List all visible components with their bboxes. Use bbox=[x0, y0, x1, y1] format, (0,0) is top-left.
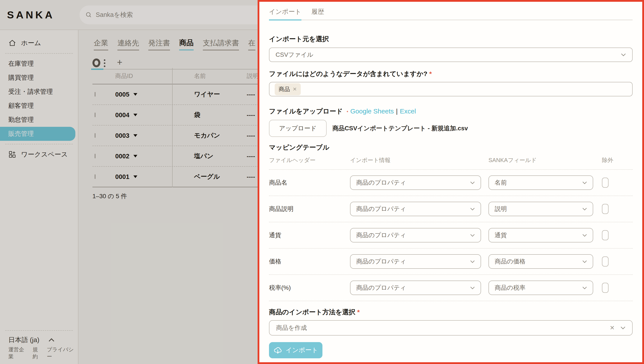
tag-remove-icon[interactable]: ✕ bbox=[293, 86, 297, 92]
cloud-import-icon bbox=[273, 346, 282, 354]
import-info-select[interactable]: 商品のプロパティ bbox=[350, 202, 481, 216]
chevron-down-icon bbox=[620, 326, 626, 330]
mapping-row: 通貨 商品のプロパティ 通貨 bbox=[269, 222, 632, 248]
app-root: SANKA Sankaを検索 ホーム 在庫管理 購買管理 受注・請求管理 顧客管… bbox=[0, 0, 644, 364]
chevron-down-icon bbox=[470, 181, 475, 184]
sanka-field-select[interactable]: 通貨 bbox=[488, 228, 593, 242]
sanka-field-select[interactable]: 商品の税率 bbox=[488, 280, 593, 295]
link-excel[interactable]: Excel bbox=[400, 108, 416, 115]
sanka-field-select[interactable]: 商品の価格 bbox=[488, 254, 593, 269]
required-asterisk: * bbox=[429, 70, 432, 77]
uploaded-filename: 商品CSVインポートテンプレート - 新規追加.csv bbox=[332, 124, 468, 132]
clear-selection-icon[interactable]: ✕ bbox=[610, 324, 615, 331]
chevron-down-icon bbox=[582, 208, 587, 210]
chevron-down-icon bbox=[582, 260, 587, 263]
import-source-value: CSVファイル bbox=[276, 50, 621, 59]
sanka-field-select[interactable]: 説明 bbox=[488, 202, 593, 216]
mapping-header-sanka-field: SANKAフィールド bbox=[488, 156, 602, 164]
required-asterisk: * bbox=[357, 308, 360, 316]
tab-history[interactable]: 履歴 bbox=[312, 8, 324, 20]
import-button-label: インポート bbox=[286, 346, 318, 354]
mapping-row: 価格 商品のプロパティ 商品の価格 bbox=[269, 248, 632, 275]
import-info-select[interactable]: 商品のプロパティ bbox=[350, 280, 481, 295]
file-header-label: 通貨 bbox=[269, 231, 350, 240]
import-button[interactable]: インポート bbox=[269, 342, 322, 358]
data-type-field[interactable]: 商品 ✕ bbox=[269, 82, 632, 96]
import-source-select[interactable]: CSVファイル bbox=[269, 48, 632, 62]
link-google-sheets[interactable]: Google Sheets bbox=[350, 108, 394, 115]
data-type-label: ファイルにはどのようなデータが含まれていますか? * bbox=[269, 70, 632, 78]
chevron-down-icon bbox=[470, 260, 475, 263]
import-method-value: 商品を作成 bbox=[276, 324, 610, 332]
upload-section-header: ファイルをアップロード * Google Sheets | Excel bbox=[269, 107, 632, 116]
exclude-checkbox[interactable] bbox=[602, 204, 608, 214]
mapping-header-file-header: ファイルヘッダー bbox=[269, 156, 350, 164]
import-source-label: インポート元を選択 bbox=[269, 34, 632, 44]
mapping-header-exclude: 除外 bbox=[602, 156, 632, 164]
tag-product: 商品 ✕ bbox=[275, 83, 301, 95]
mapping-header-row: ファイルヘッダー インポート情報 SANKAフィールド 除外 bbox=[269, 156, 632, 170]
file-header-label: 商品名 bbox=[269, 178, 350, 187]
exclude-checkbox[interactable] bbox=[602, 256, 608, 266]
chevron-down-icon bbox=[621, 53, 626, 56]
mapping-row: 商品名 商品のプロパティ 名前 bbox=[269, 170, 632, 196]
file-header-label: 価格 bbox=[269, 257, 350, 266]
mapping-table-title: マッピングテーブル bbox=[269, 143, 632, 152]
import-info-select[interactable]: 商品のプロパティ bbox=[350, 228, 481, 242]
chevron-down-icon bbox=[582, 286, 587, 289]
chevron-down-icon bbox=[582, 181, 587, 184]
chevron-down-icon bbox=[470, 208, 475, 210]
import-info-select[interactable]: 商品のプロパティ bbox=[350, 254, 481, 269]
mapping-header-import-info: インポート情報 bbox=[350, 156, 488, 164]
upload-label: ファイルをアップロード bbox=[269, 107, 343, 116]
upload-row: アップロード 商品CSVインポートテンプレート - 新規追加.csv bbox=[269, 120, 632, 137]
file-header-label: 税率(%) bbox=[269, 284, 350, 292]
import-method-select[interactable]: 商品を作成 ✕ bbox=[269, 320, 632, 336]
chevron-down-icon bbox=[582, 234, 587, 237]
tag-label: 商品 bbox=[279, 86, 290, 93]
file-header-label: 商品説明 bbox=[269, 205, 350, 213]
chevron-down-icon bbox=[470, 286, 475, 289]
link-separator: | bbox=[396, 108, 398, 115]
import-method-label: 商品のインポート方法を選択 * bbox=[269, 308, 632, 317]
mapping-row: 商品説明 商品のプロパティ 説明 bbox=[269, 196, 632, 222]
tab-import[interactable]: インポート bbox=[269, 8, 302, 20]
sanka-field-select[interactable]: 名前 bbox=[488, 176, 593, 190]
import-panel: インポート 履歴 インポート元を選択 CSVファイル ファイルにはどのようなデー… bbox=[258, 0, 644, 364]
panel-tabs: インポート 履歴 bbox=[269, 8, 632, 20]
import-info-select[interactable]: 商品のプロパティ bbox=[350, 176, 481, 190]
chevron-down-icon bbox=[470, 234, 475, 237]
upload-button[interactable]: アップロード bbox=[269, 120, 326, 137]
exclude-checkbox[interactable] bbox=[602, 178, 608, 188]
exclude-checkbox[interactable] bbox=[602, 230, 608, 240]
exclude-checkbox[interactable] bbox=[602, 283, 608, 293]
required-asterisk: * bbox=[347, 110, 348, 114]
mapping-row: 税率(%) 商品のプロパティ 商品の税率 bbox=[269, 275, 632, 301]
